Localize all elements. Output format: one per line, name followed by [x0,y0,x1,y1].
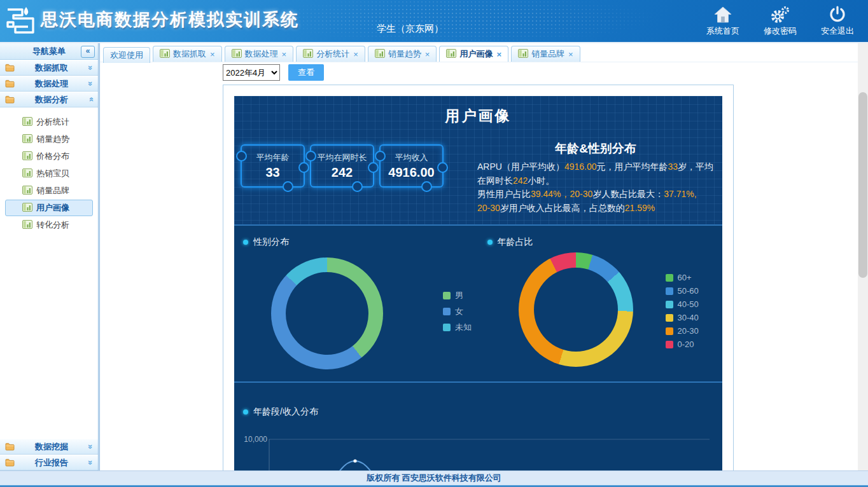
world-map-pattern [267,0,751,42]
sidebar-group-数据分析[interactable]: 数据分析» [0,92,98,107]
sidebar-item-用户画像[interactable]: 用户画像 [5,200,93,216]
legend-label: 30-40 [678,313,699,322]
donut-hole [534,268,618,352]
bullet-icon [243,240,248,245]
highlight-value: 39.44%， [531,189,570,199]
card-notch [236,151,247,161]
sidebar-item-热销宝贝[interactable]: 热销宝贝 [5,165,93,182]
header-nav-home[interactable]: 系统首页 [703,4,743,37]
sidebar-group-label: 数据抓取 [15,62,88,74]
sidebar-item-label: 分析统计 [36,116,69,128]
tab-label: 销量趋势 [388,48,421,60]
tab-close-icon[interactable]: × [496,50,501,59]
sidebar-group-label: 数据分析 [15,94,88,106]
sidebar-item-销量品牌[interactable]: 销量品牌 [5,182,93,199]
dashboard-title: 用户画像 [234,96,722,126]
tab-用户画像[interactable]: 用户画像× [439,46,508,62]
card-notch [368,162,379,173]
tab-数据处理[interactable]: 数据处理× [225,46,294,62]
view-button[interactable]: 查看 [288,64,324,81]
summary-segment: 岁用户收入占比最高，占总数的 [500,203,625,213]
sidebar-collapse-button[interactable]: « [81,46,95,58]
tab-数据抓取[interactable]: 数据抓取× [153,46,222,62]
legend-item-60+[interactable]: 60+ [666,273,699,282]
legend-item-女[interactable]: 女 [443,306,472,317]
scrollbar-thumb[interactable] [858,92,867,278]
sidebar-groups-top: 数据抓取»数据处理»数据分析»分析统计销量趋势价格分布热销宝贝销量品牌用户画像转… [0,60,98,238]
sidebar-groups-bottom: 数据挖掘»行业报告» [0,439,98,470]
stat-card-平均在网时长: 平均在网时长242 [310,144,374,188]
chevron-down-icon: » [86,460,95,465]
chevron-down-icon: » [86,81,95,86]
stat-value: 4916.00 [388,165,434,180]
legend-item-20-30[interactable]: 20-30 [666,326,699,336]
income-chart-panel: 年龄段/收入分布 10,000 [234,383,722,470]
sidebar-group-数据处理[interactable]: 数据处理» [0,76,98,92]
sidebar-item-转化分析[interactable]: 转化分析 [5,217,93,233]
chart-icon [22,117,32,128]
legend-swatch [666,301,673,308]
content-area: 欢迎使用数据抓取×数据处理×分析统计×销量趋势×用户画像×销量品牌× 2022年… [100,43,858,470]
stat-label: 平均年龄 [256,152,290,163]
legend-label: 未知 [455,322,472,333]
sidebar-group-数据抓取[interactable]: 数据抓取» [0,60,98,76]
highlight-value: 242 [513,175,528,186]
income-chart-title-text: 年龄段/收入分布 [253,406,318,418]
legend-item-50-60[interactable]: 50-60 [666,286,699,296]
app-title: 思沃电商数据分析模拟实训系统 [41,8,299,31]
summary-segment: 元，用户平均年龄 [597,161,668,172]
top-header: 思沃电商数据分析模拟实训系统 学生（京东网） 系统首页修改密码安全退出 [0,0,868,42]
tab-close-icon[interactable]: × [210,50,215,59]
tab-close-icon[interactable]: × [353,50,358,59]
header-nav-label: 安全退出 [821,25,854,37]
summary-heading: 年龄&性别分布 [477,141,714,157]
summary-line: ARPU（用户平均收）4916.00元，用户平均年龄33岁，平均在网时长242小… [477,160,714,188]
chart-icon [446,49,456,60]
legend-item-30-40[interactable]: 30-40 [666,313,699,322]
sidebar-item-分析统计[interactable]: 分析统计 [5,114,93,130]
tab-欢迎使用[interactable]: 欢迎使用 [103,47,150,63]
stat-cards: 平均年龄33平均在网时长242平均收入4916.00 [241,144,444,188]
sidebar-item-销量趋势[interactable]: 销量趋势 [5,131,93,147]
app-logo-icon [5,6,38,36]
chart-icon [22,203,32,214]
sidebar-item-label: 转化分析 [36,219,69,231]
legend-item-40-50[interactable]: 40-50 [666,299,699,309]
sidebar-item-价格分布[interactable]: 价格分布 [5,148,93,165]
bullet-icon [243,409,248,415]
legend-swatch [666,327,673,335]
header-nav-gear[interactable]: 修改密码 [760,4,801,37]
summary-line: 20-30岁用户收入占比最高，占总数的21.59% [477,202,714,216]
header-nav-power[interactable]: 安全退出 [817,4,858,37]
age-chart-title: 年龄占比 [487,237,533,248]
copyright-text: 版权所有 西安思沃软件科技有限公司 [0,470,868,485]
tab-销量品牌[interactable]: 销量品牌× [511,46,580,62]
gear-icon [770,4,790,24]
gender-chart-title-text: 性别分布 [253,237,289,248]
sidebar-group-label: 数据挖掘 [15,441,88,453]
sidebar-group-数据挖掘[interactable]: 数据挖掘» [0,439,98,455]
tab-销量趋势[interactable]: 销量趋势× [368,46,437,62]
chart-icon [22,220,32,231]
sidebar-item-label: 销量品牌 [36,185,69,196]
power-icon [829,4,846,24]
footer: 版权所有 西安思沃软件科技有限公司 [0,470,868,487]
folder-icon [5,458,15,467]
tab-close-icon[interactable]: × [425,50,430,59]
tab-close-icon[interactable]: × [568,50,573,59]
sidebar-group-行业报告[interactable]: 行业报告» [0,455,98,470]
summary-segment: 小时。 [528,175,554,186]
header-nav-label: 系统首页 [706,25,739,37]
legend-label: 50-60 [678,286,699,296]
card-notch [421,181,432,192]
filter-controls: 2022年4月 查看 [100,62,858,83]
highlight-value: 21.59% [625,203,655,213]
legend-item-男[interactable]: 男 [443,290,472,301]
legend-swatch [443,292,451,299]
tab-分析统计[interactable]: 分析统计× [296,46,365,62]
tab-close-icon[interactable]: × [282,50,287,59]
period-select[interactable]: 2022年4月 [223,64,280,81]
legend-item-未知[interactable]: 未知 [443,322,472,333]
legend-item-0-20[interactable]: 0-20 [666,340,699,349]
sidebar-item-label: 热销宝贝 [36,168,69,179]
